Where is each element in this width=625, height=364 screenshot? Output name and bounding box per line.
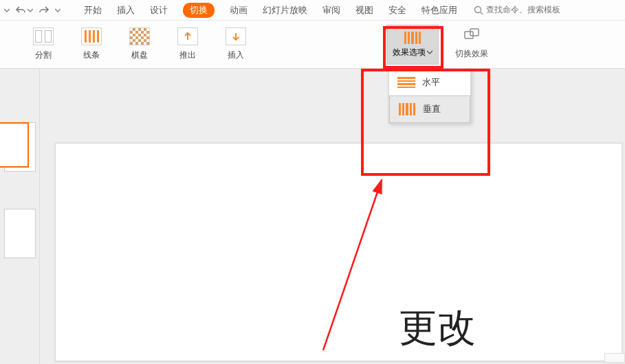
- switch-effect-button[interactable]: 切换效果: [455, 27, 488, 60]
- search-icon: [474, 5, 483, 15]
- redo-button[interactable]: [39, 5, 50, 15]
- app-menu-dropdown[interactable]: [4, 8, 10, 13]
- lines-icon: [81, 27, 102, 45]
- tab-start[interactable]: 开始: [84, 4, 102, 16]
- svg-rect-2: [465, 32, 473, 38]
- effect-options-button[interactable]: 效果选项: [386, 25, 439, 65]
- option-vertical-label: 垂直: [423, 103, 441, 115]
- tab-slideshow[interactable]: 幻灯片放映: [263, 4, 307, 16]
- workspace: [0, 69, 625, 364]
- tab-design[interactable]: 设计: [150, 4, 168, 16]
- svg-point-0: [475, 6, 481, 12]
- transition-insert[interactable]: 插入: [226, 27, 246, 61]
- qat-more-dropdown[interactable]: [55, 8, 61, 13]
- effect-options-label: 效果选项: [393, 47, 426, 58]
- switch-effect-label: 切换效果: [455, 48, 488, 60]
- search-placeholder: 查找命令、搜索模板: [486, 4, 560, 16]
- checker-icon: [129, 27, 150, 45]
- corner-widget: [604, 353, 625, 363]
- search-box[interactable]: 查找命令、搜索模板: [474, 4, 560, 16]
- tab-insert[interactable]: 插入: [117, 4, 135, 16]
- switch-effect-icon: [463, 27, 480, 44]
- slide-canvas[interactable]: [55, 143, 622, 361]
- slide-editor-area: [40, 69, 625, 364]
- vertical-icon: [398, 103, 416, 115]
- svg-line-1: [481, 12, 483, 14]
- insert-trans-icon: [226, 27, 246, 45]
- split-icon: [33, 27, 54, 45]
- slide-thumbnail-active-partial[interactable]: [0, 122, 29, 168]
- effect-options-dropdown: 水平 垂直: [388, 69, 471, 124]
- transition-lines[interactable]: 线条: [81, 27, 102, 61]
- tab-review[interactable]: 审阅: [322, 4, 340, 16]
- ribbon: 分割 线条 棋盘 推出 插入 . 效果选项: [0, 21, 625, 69]
- split-label: 分割: [35, 49, 52, 61]
- option-vertical[interactable]: 垂直: [389, 95, 470, 123]
- option-horizontal-label: 水平: [422, 76, 440, 89]
- slide-thumbnail-3[interactable]: [4, 209, 36, 258]
- insert-trans-label: 插入: [228, 49, 244, 61]
- checker-label: 棋盘: [131, 49, 148, 61]
- transition-checker[interactable]: 棋盘: [129, 27, 150, 61]
- slide-thumbnail-rail[interactable]: [0, 69, 40, 364]
- effect-options-icon: [404, 32, 421, 44]
- horizontal-icon: [397, 76, 415, 89]
- tab-transition[interactable]: 切换: [183, 3, 215, 18]
- quick-access-toolbar: [4, 5, 61, 15]
- tab-special[interactable]: 特色应用: [421, 4, 457, 16]
- menu-tabs: 开始 插入 设计 切换 动画 幻灯片放映 审阅 视图 安全 特色应用: [84, 3, 457, 18]
- transition-split[interactable]: 分割: [33, 27, 54, 61]
- push-icon: [177, 27, 198, 45]
- tab-view[interactable]: 视图: [355, 4, 373, 16]
- annotation-text: 更改: [399, 302, 476, 354]
- lines-label: 线条: [83, 49, 100, 61]
- push-label: 推出: [179, 49, 196, 61]
- option-horizontal[interactable]: 水平: [389, 69, 470, 95]
- tab-animation[interactable]: 动画: [230, 4, 248, 16]
- svg-rect-3: [470, 29, 479, 36]
- transition-push[interactable]: 推出: [177, 27, 198, 61]
- tab-security[interactable]: 安全: [388, 4, 406, 16]
- undo-button[interactable]: [15, 5, 33, 15]
- chevron-down-icon: [427, 49, 432, 55]
- title-bar: 开始 插入 设计 切换 动画 幻灯片放映 审阅 视图 安全 特色应用 查找命令、…: [0, 0, 625, 21]
